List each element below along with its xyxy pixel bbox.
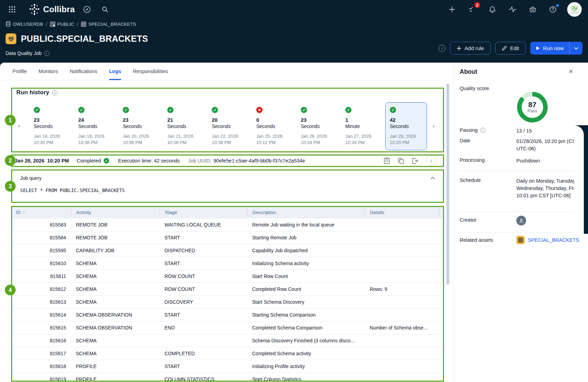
job-date: Jan 28, 2026 10:20 PM: [15, 158, 69, 164]
view-code-icon[interactable]: [384, 157, 390, 164]
creator-avatar[interactable]: [516, 216, 526, 225]
column-header-id[interactable]: ID↑: [11, 209, 71, 216]
cell-stage: DISPATCHED: [160, 248, 247, 253]
cell-activity: SCHEMA OBSERVATION: [71, 312, 160, 318]
table-row: 815612 SCHEMA ROW COUNT Completed Row Co…: [11, 283, 444, 296]
run-card[interactable]: ✓ 23 Seconds Jan 26, 2026 10:34 PM: [296, 102, 338, 150]
run-card[interactable]: ✓ 20 Seconds Jan 22, 2026 10:38 PM: [207, 102, 249, 150]
page-title: PUBLIC.SPECIAL_BRACKETS: [21, 34, 148, 44]
cell-id: 815615: [11, 325, 71, 331]
breadcrumb-database[interactable]: OWLUSERDB: [6, 21, 43, 27]
dq-job-asset-icon: [6, 33, 16, 44]
user-avatar[interactable]: [567, 2, 582, 17]
run-duration-unit: Seconds: [390, 124, 422, 129]
export-log-icon[interactable]: [412, 158, 418, 164]
breadcrumb-schema[interactable]: PUBLIC: [50, 22, 74, 27]
column-header-description: Description: [247, 209, 365, 216]
close-icon[interactable]: ✕: [569, 68, 573, 75]
run-card[interactable]: ✓ 21 Seconds Jan 21, 2026 10:38 PM: [163, 102, 204, 150]
related-asset-link[interactable]: SPECIAL_BRACKETS: [528, 237, 579, 243]
help-icon[interactable]: [547, 3, 559, 15]
run-now-dropdown-button[interactable]: [569, 42, 582, 55]
run-card[interactable]: ✓ 1 Minute Jan 27, 2026 10:34 PM: [341, 102, 382, 150]
add-rule-button[interactable]: Add rule: [450, 42, 491, 55]
cell-stage: ROW COUNT: [160, 273, 247, 279]
tab-profile[interactable]: Profile: [13, 63, 27, 80]
collibra-starburst-icon: [29, 3, 40, 15]
edit-button[interactable]: Edit: [495, 42, 526, 55]
column-header-stage: Stage: [160, 209, 247, 216]
run-duration-unit: Minute: [345, 124, 378, 129]
status-success-icon: ✓: [301, 107, 307, 113]
notifications-bell-icon[interactable]: [486, 3, 498, 15]
compass-icon[interactable]: [81, 3, 93, 15]
plus-icon: [457, 46, 461, 51]
history-prev-button[interactable]: ‹: [18, 122, 20, 129]
apps-grid-icon[interactable]: [6, 3, 18, 15]
breadcrumb-table[interactable]: SPECIAL_BRACKETS: [81, 22, 136, 27]
run-card[interactable]: ✓ 24 Seconds Jan 19, 2026 10:38 PM: [74, 102, 115, 150]
job-uuid-value: 90efe5e1-c5ae-4af9-bb0b-f37c7e2a534e: [214, 158, 305, 164]
run-now-button[interactable]: Run now: [530, 42, 569, 55]
run-history-info-icon[interactable]: i: [52, 90, 57, 95]
cell-activity: REMOTE JOB: [71, 235, 160, 240]
run-card[interactable]: ✓ 23 Seconds Jan 18, 2026 10:30 PM: [29, 102, 71, 150]
quality-score-caption: Pass: [527, 109, 537, 113]
run-card[interactable]: ✕ 0 Seconds Jan 25, 2026 10:12 PM: [252, 102, 293, 150]
run-now-split-button: Run now: [530, 42, 582, 55]
run-date: Jan 26, 2026: [301, 134, 333, 139]
status-success-icon: ✓: [167, 107, 174, 113]
tab-notifications[interactable]: Notifications: [70, 63, 97, 80]
header-info-icon[interactable]: i: [438, 45, 445, 52]
marketplace-basket-icon[interactable]: [527, 3, 539, 15]
tab-responsibilities[interactable]: Responsibilities: [133, 63, 168, 80]
info-icon[interactable]: i: [44, 51, 49, 56]
cell-activity: SCHEMA: [71, 286, 160, 292]
cell-id: 815619: [11, 376, 71, 382]
passing-info-icon[interactable]: i: [480, 128, 485, 133]
run-duration-unit: Seconds: [212, 124, 244, 129]
add-icon[interactable]: [446, 3, 458, 15]
column-header-activity: Activity: [71, 209, 160, 216]
collapse-chevron-icon[interactable]: [430, 177, 435, 180]
run-time: 10:06 PM: [123, 140, 155, 145]
status-success-icon: ✓: [34, 107, 40, 113]
cell-stage: START: [160, 261, 247, 266]
expand-row-button[interactable]: ↕: [426, 156, 436, 166]
run-duration-value: 23: [34, 117, 66, 123]
tab-logs[interactable]: Logs: [109, 63, 121, 80]
app-window: Collibra: [0, 0, 588, 382]
copy-icon[interactable]: [398, 158, 404, 164]
job-uuid-label: Job UUID:: [188, 158, 211, 164]
collibra-logo[interactable]: Collibra: [29, 3, 75, 15]
tab-monitors[interactable]: Monitors: [39, 63, 58, 80]
run-time: 10:34 PM: [345, 140, 378, 145]
creator-label: Creator: [460, 217, 476, 223]
run-duration-value: 20: [212, 117, 244, 123]
cell-details: Number of Schema obse...: [365, 325, 440, 331]
breadcrumb-separator: /: [77, 22, 79, 27]
activity-pulse-icon[interactable]: [507, 3, 518, 15]
date-label: Date: [460, 138, 470, 143]
vertical-scrollbar[interactable]: [446, 83, 449, 285]
breadcrumb-label: SPECIAL_BRACKETS: [88, 22, 136, 27]
run-duration-value: 23: [301, 117, 333, 123]
cell-description: Starting Schema Comparison: [247, 312, 365, 318]
run-card-selected[interactable]: ✓ 42 Seconds Jan 28, 2026 10:20 PM: [385, 102, 427, 150]
run-duration-unit: Seconds: [301, 124, 333, 129]
asset-type-label: Data Quality Job: [6, 50, 42, 56]
quality-score-label: Quality score: [460, 86, 489, 91]
table-row: 815613 SCHEMA DISCOVERY Start Schema Dis…: [11, 296, 444, 309]
run-card[interactable]: ✓ 23 Seconds Jan 20, 2026 10:06 PM: [118, 102, 160, 150]
run-duration-value: 24: [78, 117, 111, 123]
job-query-sql: SELECT * FROM PUBLIC.SPECIAL_BRACKETS: [20, 188, 435, 193]
history-next-button[interactable]: ›: [433, 122, 435, 129]
breadcrumb-label: PUBLIC: [57, 22, 74, 27]
search-icon[interactable]: [99, 3, 111, 15]
tasks-icon[interactable]: 2: [466, 3, 478, 15]
table-row: 815611 SCHEMA ROW COUNT Start Row Count: [11, 270, 444, 283]
quality-score-donut: 87 Pass: [517, 92, 548, 122]
cell-activity: SCHEMA: [71, 261, 160, 266]
cell-id: 815616: [11, 338, 71, 343]
database-icon: [6, 21, 11, 27]
